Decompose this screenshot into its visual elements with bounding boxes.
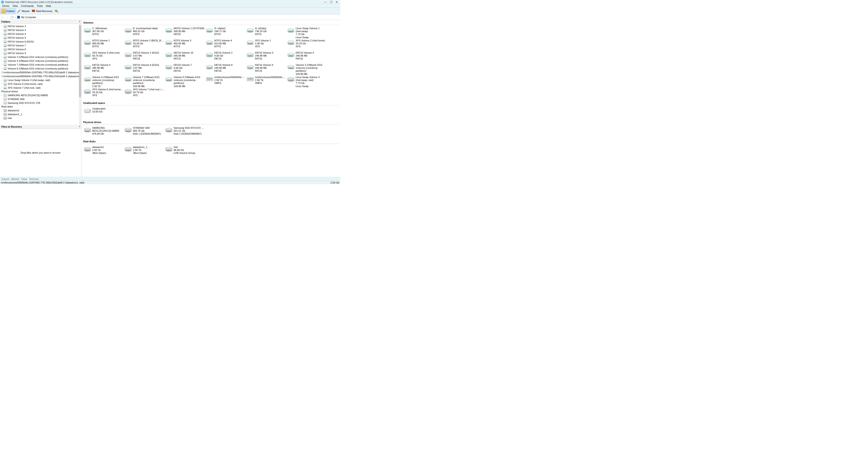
- scroll-thumb[interactable]: [79, 25, 81, 97]
- tree-item[interactable]: ›rhel: [0, 116, 81, 120]
- toolbar-wizard[interactable]: Wizard: [16, 8, 30, 14]
- menu-view[interactable]: View: [11, 4, 19, 7]
- list-item[interactable]: Linux Swap Volume 3 (rhel.swap, raid)7.7…: [287, 75, 327, 86]
- content-area[interactable]: Volumes C: (Windows)357.65 GbNTFSE: (non…: [81, 20, 340, 177]
- list-item[interactable]: FAT16 Volume 1 (ESXi)3.97 MbFAT16: [124, 51, 164, 62]
- list-item[interactable]: NTFS Volume 4613.00 MbNTFS: [205, 39, 246, 50]
- tree-item[interactable]: ›FAT16 Volume 5: [0, 36, 81, 39]
- recovery-drop-zone[interactable]: Drop files which you want to recover: [0, 129, 81, 177]
- tree-item[interactable]: ›ST950042 3AS: [0, 97, 81, 101]
- expand-icon[interactable]: ›: [1, 60, 4, 62]
- expand-icon[interactable]: ›: [1, 48, 4, 51]
- expand-icon[interactable]: ›: [1, 113, 4, 115]
- list-item[interactable]: G: (data2)194.71 GbNTFS: [205, 27, 246, 37]
- list-item[interactable]: NTFS Volume 2 (BIOS_RVY)20.26 GbNTFS: [124, 39, 164, 50]
- list-item[interactable]: XFS Volume 7 (rhel.root, raid)59.75 GbXF…: [124, 88, 164, 98]
- list-item[interactable]: FAT16 Volume 9249.98 MbFAT16: [246, 63, 287, 74]
- tree-scrollbar[interactable]: [79, 24, 81, 125]
- list-item[interactable]: FAT32 Volume 1 (SYSTEM)300.00 MbFAT32: [164, 27, 205, 37]
- maximize-button[interactable]: ☐: [330, 0, 333, 4]
- list-item[interactable]: FAT16 Volume 6 (ESXi)3.97 MbFAT16: [124, 63, 164, 74]
- list-item[interactable]: Volume 8 (VMware ESX vmkcore (coredump p…: [164, 75, 205, 86]
- expand-icon[interactable]: ›: [1, 56, 4, 58]
- tree-item[interactable]: ›Linux Swap Volume 3 (rhel.swap, raid): [0, 78, 81, 82]
- list-item[interactable]: XFS Volume 11.00 GbXFS: [246, 39, 287, 50]
- list-item[interactable]: ?Unallocated10.00 Gb: [83, 107, 124, 118]
- expand-icon[interactable]: ›: [1, 33, 4, 35]
- menu-tools[interactable]: Tools: [35, 4, 44, 7]
- tree-item[interactable]: ›FAT16 Volume 8: [0, 47, 81, 51]
- expand-icon[interactable]: ›: [1, 117, 4, 119]
- menu-help[interactable]: Help: [44, 4, 53, 7]
- list-item[interactable]: XFS Volume 2 (rhel.home)29.18 GbXFS: [287, 39, 327, 50]
- expand-icon[interactable]: ›: [1, 52, 4, 54]
- list-item[interactable]: FAT16 Volume 24.00 GbFAT16: [205, 51, 246, 62]
- list-item[interactable]: /vmfs/volumes/5850504c-01f07065-77f2-000…: [205, 75, 246, 86]
- tree-item[interactable]: ›FAT16 Volume 9: [0, 51, 81, 55]
- tree-item[interactable]: ›FAT16 Volume 3: [0, 28, 81, 32]
- list-item[interactable]: FAT16 Volume 10285.98 MbFAT16: [164, 51, 205, 62]
- clear-button[interactable]: Clear: [20, 178, 28, 180]
- tree-item[interactable]: ›datastore1_1: [0, 112, 81, 116]
- list-item[interactable]: ST950042 3AS465.76 GbDisk 1 (DD564198838…: [124, 126, 164, 137]
- list-item[interactable]: FAT16 Volume 3249.98 MbFAT16: [246, 51, 287, 62]
- list-item[interactable]: Linux Swap Volume 1 (rhel.swap)7.73 GbLi…: [287, 27, 327, 37]
- expand-icon[interactable]: ›: [1, 37, 4, 39]
- expand-icon[interactable]: ›: [1, 79, 4, 81]
- list-item[interactable]: rhel96.66 GbLVM Volume Group: [164, 145, 205, 156]
- tree-item[interactable]: ›Volume 3 (VMware ESX vmkcore (coredump …: [0, 55, 81, 59]
- list-item[interactable]: datastore1_12.50 TbJBod (Span): [124, 145, 164, 156]
- forward-button[interactable]: →: [6, 16, 9, 19]
- tree-item[interactable]: ›Volume 8 (VMware ESX vmkcore (coredump …: [0, 66, 81, 70]
- list-item[interactable]: FAT16 Volume 4249.98 MbFAT16: [287, 51, 327, 62]
- list-item[interactable]: /vmfs/volumes/5850504c-01f07065-77f2-000…: [246, 75, 287, 86]
- list-item[interactable]: NTFS Volume 3450.00 MbNTFS: [164, 39, 205, 50]
- tree-item[interactable]: ›XFS Volume 7 (rhel.root, raid): [0, 86, 81, 90]
- remove-button[interactable]: Remove: [29, 178, 39, 180]
- list-item[interactable]: C: (Windows)357.65 GbNTFS: [83, 27, 124, 37]
- list-item[interactable]: FAT16 Volume 74.00 GbFAT16: [164, 63, 205, 74]
- list-item[interactable]: XFS Volume 3 (rhel.root)59.75 GbXFS: [83, 51, 124, 62]
- expand-icon[interactable]: ›: [1, 40, 4, 43]
- tree-item[interactable]: ›Samsung SSD 870 EVO 1TB: [0, 101, 81, 105]
- tree-item[interactable]: ›FAT16 Volume 2: [0, 24, 81, 28]
- tree-item[interactable]: ›XFS Volume 6 (rhel.home, raid): [0, 82, 81, 86]
- export-button[interactable]: Export: [1, 178, 10, 180]
- tree-item[interactable]: ›SAMSUNG MZVL2512HCJQ-00B00: [0, 93, 81, 97]
- list-item[interactable]: E: (nonImportant data)465.32 GbNTFS: [124, 27, 164, 37]
- folder-tree[interactable]: ›FAT16 Volume 2›FAT16 Volume 3›FAT16 Vol…: [0, 24, 81, 125]
- expand-icon[interactable]: ›: [1, 67, 4, 70]
- tree-item[interactable]: ›FAT16 Volume 6 (ESXi): [0, 39, 81, 43]
- expand-icon[interactable]: ›: [1, 83, 4, 85]
- collapse-icon[interactable]: ▾: [79, 125, 80, 127]
- tree-item[interactable]: ›datastore1: [0, 108, 81, 112]
- expand-icon[interactable]: ›: [1, 29, 4, 31]
- address-path[interactable]: My Computer: [21, 16, 36, 19]
- menu-drives[interactable]: Drives: [1, 4, 11, 7]
- close-button[interactable]: ✕: [336, 0, 338, 4]
- list-item[interactable]: SAMSUNG MZVL2512HCJQ-00B00476.94 Gb: [83, 126, 124, 137]
- tree-item[interactable]: ›/vmfs/volumes/5850504c-01f07065-77f2-00…: [0, 70, 81, 74]
- tree-item[interactable]: ›/vmfs/volumes/5850504c-01f07065-77f2-00…: [0, 74, 81, 78]
- collapse-icon[interactable]: ▾: [79, 20, 80, 23]
- expand-icon[interactable]: ›: [1, 45, 4, 47]
- list-item[interactable]: Volume 7 (VMware ESX vmkcore (coredump p…: [124, 75, 164, 86]
- toolbar-folders[interactable]: Folders: [0, 8, 16, 14]
- list-item[interactable]: Samsung SSD 870 EVO 1TB931.51 GbDisk 2 (…: [164, 126, 205, 137]
- list-item[interactable]: Volume 3 (VMware ESX vmkcore (coredump p…: [287, 63, 327, 74]
- wizard-button[interactable]: Wizard: [10, 178, 20, 180]
- expand-icon[interactable]: ›: [1, 25, 4, 27]
- list-item[interactable]: Volume 4 (VMware ESX vmkcore (coredump p…: [83, 75, 124, 86]
- toolbar-raid[interactable]: Raid Recovery: [31, 8, 53, 14]
- list-item[interactable]: XFS Volume 6 (rhel.home, raid)29.18 GbXF…: [83, 88, 124, 98]
- back-button[interactable]: ←: [1, 16, 4, 19]
- tree-item[interactable]: ›FAT16 Volume 7: [0, 43, 81, 47]
- list-item[interactable]: FAT16 Volume 5285.98 MbFAT16: [83, 63, 124, 74]
- expand-icon[interactable]: ›: [1, 87, 4, 89]
- list-item[interactable]: H: (sData)736.20 GbNTFS: [246, 27, 287, 37]
- expand-icon[interactable]: ›: [1, 94, 4, 96]
- list-item[interactable]: FAT16 Volume 8249.98 MbFAT16: [205, 63, 246, 74]
- expand-icon[interactable]: ›: [1, 98, 4, 100]
- menu-commands[interactable]: Commands: [20, 4, 35, 7]
- toolbar-extra[interactable]: [54, 8, 60, 14]
